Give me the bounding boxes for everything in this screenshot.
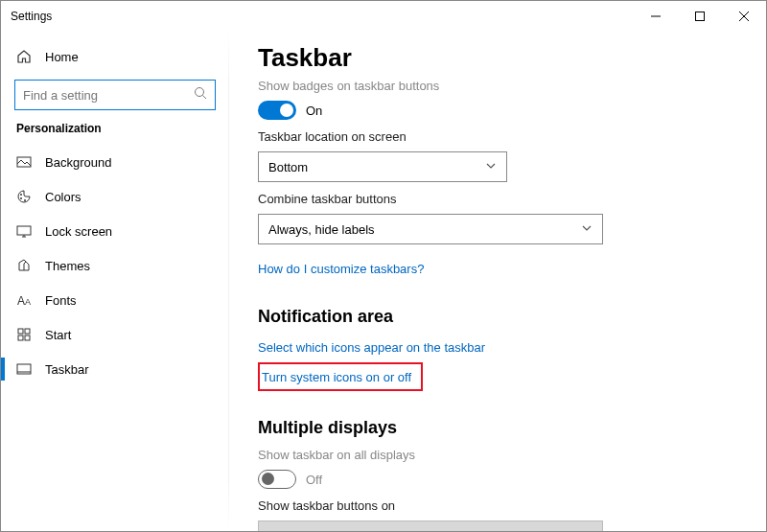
multi-toggle-label: Show taskbar on all displays bbox=[258, 448, 737, 462]
start-icon bbox=[16, 327, 32, 342]
main-content: Taskbar Show badges on taskbar buttons O… bbox=[229, 32, 766, 531]
svg-point-8 bbox=[20, 197, 22, 199]
chevron-down-icon bbox=[581, 222, 593, 237]
sidebar-item-label: Start bbox=[45, 328, 71, 342]
minimize-button[interactable] bbox=[634, 1, 678, 32]
help-link[interactable]: How do I customize taskbars? bbox=[258, 262, 424, 276]
location-value: Bottom bbox=[268, 160, 308, 174]
multi-toggle-state: Off bbox=[306, 473, 322, 487]
svg-rect-10 bbox=[17, 226, 31, 235]
svg-rect-16 bbox=[25, 329, 30, 334]
section-label: Personalization bbox=[1, 120, 229, 145]
svg-point-4 bbox=[196, 88, 204, 97]
multiple-displays-heading: Multiple displays bbox=[258, 418, 737, 438]
select-icons-link[interactable]: Select which icons appear on the taskbar bbox=[258, 340, 485, 355]
home-nav[interactable]: Home bbox=[1, 39, 229, 74]
page-title: Taskbar bbox=[258, 43, 737, 73]
sidebar-item-colors[interactable]: Colors bbox=[1, 179, 229, 214]
svg-text:A: A bbox=[25, 297, 31, 307]
multi-toggle[interactable] bbox=[258, 470, 296, 489]
sidebar-item-label: Fonts bbox=[45, 293, 77, 308]
badges-label: Show badges on taskbar buttons bbox=[258, 79, 737, 93]
sidebar-item-label: Background bbox=[45, 155, 111, 170]
sidebar-item-start[interactable]: Start bbox=[1, 317, 229, 352]
search-input[interactable] bbox=[14, 80, 216, 110]
window-controls bbox=[634, 1, 766, 32]
system-icons-link[interactable]: Turn system icons on or off bbox=[262, 370, 411, 384]
highlight-annotation: Turn system icons on or off bbox=[258, 362, 423, 391]
svg-point-7 bbox=[20, 194, 22, 196]
badges-state: On bbox=[306, 104, 322, 118]
location-label: Taskbar location on screen bbox=[258, 129, 737, 144]
window-title: Settings bbox=[11, 10, 52, 23]
lockscreen-icon bbox=[16, 223, 32, 239]
search-field[interactable] bbox=[23, 88, 194, 103]
maximize-button[interactable] bbox=[678, 1, 722, 32]
sidebar-item-label: Themes bbox=[45, 259, 90, 273]
themes-icon bbox=[16, 258, 32, 273]
location-select[interactable]: Bottom bbox=[258, 151, 507, 182]
titlebar: Settings bbox=[1, 1, 766, 32]
fonts-icon: AA bbox=[16, 292, 32, 308]
svg-text:A: A bbox=[17, 294, 25, 308]
svg-rect-17 bbox=[18, 335, 23, 340]
sidebar-item-fonts[interactable]: AA Fonts bbox=[1, 283, 229, 317]
taskbar-icon bbox=[16, 361, 32, 377]
svg-rect-1 bbox=[696, 12, 705, 21]
combine-value: Always, hide labels bbox=[268, 222, 375, 237]
svg-rect-15 bbox=[18, 329, 23, 334]
sidebar-item-themes[interactable]: Themes bbox=[1, 248, 229, 283]
badges-toggle[interactable] bbox=[258, 101, 296, 120]
sidebar-item-background[interactable]: Background bbox=[1, 145, 229, 179]
notification-heading: Notification area bbox=[258, 307, 737, 327]
showbuttons-value: All taskbars bbox=[268, 529, 333, 532]
svg-rect-18 bbox=[25, 335, 30, 340]
combine-label: Combine taskbar buttons bbox=[258, 192, 737, 206]
home-icon bbox=[16, 49, 32, 64]
sidebar-item-label: Lock screen bbox=[45, 224, 112, 239]
background-icon bbox=[16, 154, 32, 170]
sidebar-item-label: Taskbar bbox=[45, 362, 89, 377]
svg-point-9 bbox=[24, 199, 26, 201]
showbuttons-select: All taskbars bbox=[258, 520, 603, 531]
sidebar-item-lockscreen[interactable]: Lock screen bbox=[1, 214, 229, 248]
combine-select[interactable]: Always, hide labels bbox=[258, 214, 603, 244]
close-button[interactable] bbox=[722, 1, 766, 32]
sidebar-item-taskbar[interactable]: Taskbar bbox=[1, 352, 229, 386]
home-label: Home bbox=[45, 50, 79, 64]
chevron-down-icon bbox=[581, 529, 593, 532]
colors-icon bbox=[16, 189, 32, 204]
search-icon bbox=[194, 86, 207, 104]
sidebar-item-label: Colors bbox=[45, 190, 81, 204]
svg-line-5 bbox=[203, 96, 207, 100]
sidebar: Home Personalization Background Colors L… bbox=[1, 32, 229, 531]
chevron-down-icon bbox=[485, 160, 497, 174]
showbuttons-label: Show taskbar buttons on bbox=[258, 498, 737, 513]
